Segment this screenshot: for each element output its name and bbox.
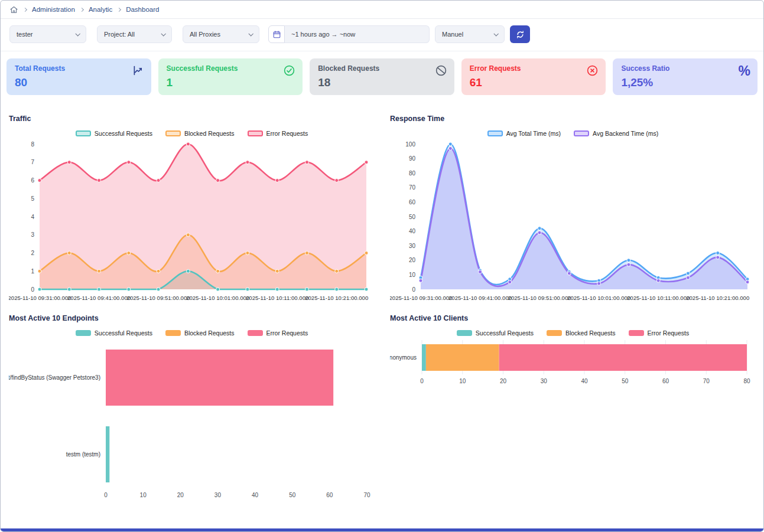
data-point xyxy=(246,252,249,255)
stat-card-value: 61 xyxy=(470,76,598,89)
data-point xyxy=(97,288,101,291)
legend-item-successful-requests[interactable]: Successful Requests xyxy=(76,130,152,137)
home-icon[interactable] xyxy=(9,5,18,14)
dashboard-page: Administration Analytic Dashboard tester… xyxy=(0,0,764,532)
axis-label: 40 xyxy=(581,378,588,384)
data-point xyxy=(246,288,249,291)
data-point xyxy=(275,288,279,291)
axis-label: anonymous xyxy=(390,354,417,361)
legend-item-blocked-requests[interactable]: Blocked Requests xyxy=(165,130,235,137)
stat-card-successful-requests: Successful Requests 1 xyxy=(158,58,303,95)
data-point xyxy=(335,288,339,291)
axis-label: 4 xyxy=(31,214,34,220)
breadcrumb-item-analytic[interactable]: Analytic xyxy=(89,6,112,13)
window-bottom-edge xyxy=(1,528,763,531)
blocked-icon xyxy=(435,64,447,79)
stat-card-value: 80 xyxy=(15,76,143,89)
error-circle-icon xyxy=(586,64,599,79)
legend-item-successful-requests[interactable]: Successful Requests xyxy=(76,329,152,337)
legend-label: Blocked Requests xyxy=(184,130,235,137)
data-point xyxy=(419,279,422,282)
traffic-chart-block: Traffic Successful RequestsBlocked Reque… xyxy=(9,107,375,307)
axis-label: 0 xyxy=(412,286,415,293)
clients-chart-block: Most Active 10 Clients Successful Reques… xyxy=(390,307,756,503)
traffic-chart[interactable]: 0123456782025-11-10 09:31:00.0002025-11-… xyxy=(9,141,375,307)
breadcrumb-separator xyxy=(23,7,27,11)
legend-item-blocked-requests[interactable]: Blocked Requests xyxy=(547,329,616,337)
user-select[interactable]: tester xyxy=(9,25,86,43)
legend-item-error-requests[interactable]: Error Requests xyxy=(248,329,308,337)
refresh-button[interactable] xyxy=(510,25,530,43)
clients-chart[interactable]: anonymous01020304050607080 xyxy=(390,340,756,390)
axis-label: 70 xyxy=(363,492,370,498)
breadcrumb-item-dashboard[interactable]: Dashboard xyxy=(126,6,159,13)
axis-label: 80 xyxy=(743,378,750,384)
date-range-group xyxy=(268,25,430,43)
endpoints-chart-block: Most Active 10 Endpoints Successful Requ… xyxy=(9,307,375,503)
response-time-chart[interactable]: 01020304050607080901002025-11-10 09:31:0… xyxy=(390,141,756,307)
data-point xyxy=(365,288,368,291)
axis-label: 2025-11-10 10:01:00.000 xyxy=(567,295,630,301)
data-point xyxy=(67,288,71,291)
axis-label: 50 xyxy=(289,492,296,498)
axis-label: 10 xyxy=(140,492,147,498)
refresh-mode-select[interactable]: Manuel xyxy=(435,25,505,43)
legend-item-blocked-requests[interactable]: Blocked Requests xyxy=(165,329,235,337)
data-point xyxy=(448,146,452,150)
axis-label: 10 xyxy=(459,378,466,384)
stat-card-value: 18 xyxy=(318,76,446,89)
axis-label: 1 xyxy=(31,268,34,275)
axis-label: 2 xyxy=(31,250,34,256)
bar-segment-error-requests xyxy=(499,344,747,371)
data-point xyxy=(365,252,368,255)
data-point xyxy=(746,280,749,284)
bar-segment-successful-requests xyxy=(106,426,109,482)
axis-label: 0 xyxy=(31,286,34,293)
project-select-value: Project: All xyxy=(104,31,135,38)
calendar-button[interactable] xyxy=(268,25,285,43)
breadcrumb-item-administration[interactable]: Administration xyxy=(32,6,75,13)
axis-label: 20 xyxy=(177,492,184,498)
legend-item-successful-requests[interactable]: Successful Requests xyxy=(457,329,534,337)
date-range-input[interactable] xyxy=(285,25,430,43)
legend-label: Blocked Requests xyxy=(565,329,616,337)
bar-segment-error-requests xyxy=(106,350,333,406)
legend-item-avg-backend-time-ms[interactable]: Avg Backend Time (ms) xyxy=(574,130,658,137)
data-point xyxy=(305,288,308,291)
axis-label: 2025-11-10 09:51:00.000 xyxy=(127,295,190,301)
stat-card-blocked-requests: Blocked Requests 18 xyxy=(310,58,454,95)
chart-title: Traffic xyxy=(9,115,375,123)
legend-label: Error Requests xyxy=(266,130,308,137)
data-point xyxy=(38,288,41,291)
data-point xyxy=(716,256,720,259)
proxy-select[interactable]: All Proxies xyxy=(183,25,259,43)
stat-card-label: Error Requests xyxy=(470,64,598,73)
project-select[interactable]: Project: All xyxy=(97,25,172,43)
endpoints-chart[interactable]: /pet/findByStatus (Swagger Petstore3)tes… xyxy=(9,340,375,503)
legend-item-avg-total-time-ms[interactable]: Avg Total Time (ms) xyxy=(487,130,561,137)
axis-label: 50 xyxy=(622,378,629,384)
axis-label: 2025-11-10 10:11:00.000 xyxy=(627,295,690,301)
endpoints-legend: Successful RequestsBlocked RequestsError… xyxy=(9,328,375,338)
chart-title: Response Time xyxy=(390,115,756,123)
line-chart-icon xyxy=(132,64,144,79)
legend-item-error-requests[interactable]: Error Requests xyxy=(248,130,308,137)
data-point xyxy=(567,272,571,275)
legend-swatch xyxy=(629,330,644,336)
legend-label: Error Requests xyxy=(266,329,308,337)
data-point xyxy=(508,280,512,284)
axis-label: 80 xyxy=(409,170,416,177)
legend-swatch xyxy=(76,130,91,136)
axis-label: 3 xyxy=(31,231,34,238)
legend-label: Error Requests xyxy=(648,329,690,337)
data-point xyxy=(686,272,690,275)
charts-grid: Traffic Successful RequestsBlocked Reque… xyxy=(1,103,763,503)
legend-swatch xyxy=(76,330,91,336)
response-time-chart-block: Response Time Avg Total Time (ms)Avg Bac… xyxy=(390,107,756,307)
data-point xyxy=(216,269,220,273)
data-point xyxy=(686,276,690,279)
axis-label: 2025-11-10 10:21:00.000 xyxy=(305,295,368,301)
percent-icon: % xyxy=(739,64,750,78)
axis-label: 2025-11-10 10:21:00.000 xyxy=(686,295,749,301)
legend-item-error-requests[interactable]: Error Requests xyxy=(629,329,690,337)
